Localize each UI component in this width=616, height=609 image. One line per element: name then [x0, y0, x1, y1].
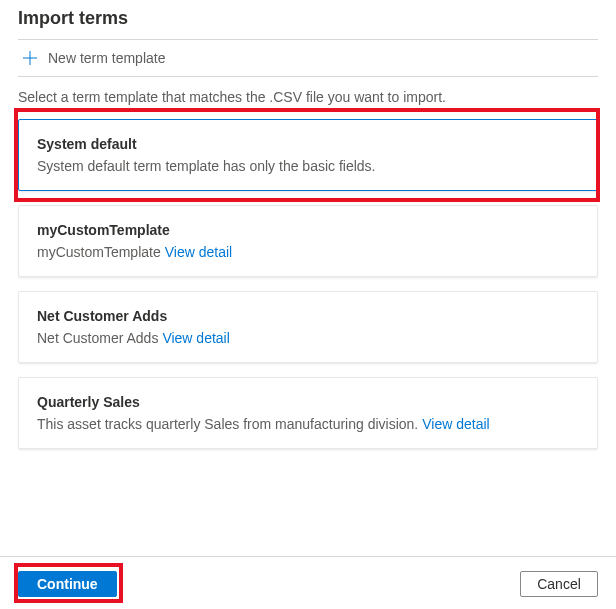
- template-description-text: Net Customer Adds: [37, 330, 158, 346]
- template-list: System defaultSystem default term templa…: [18, 119, 598, 449]
- new-term-template-label: New term template: [48, 50, 165, 66]
- template-description-text: myCustomTemplate: [37, 244, 161, 260]
- template-title: myCustomTemplate: [37, 222, 579, 238]
- template-description: System default term template has only th…: [37, 158, 579, 174]
- template-description: This asset tracks quarterly Sales from m…: [37, 416, 579, 432]
- view-detail-link[interactable]: View detail: [162, 330, 229, 346]
- template-description-text: System default term template has only th…: [37, 158, 376, 174]
- instruction-text: Select a term template that matches the …: [18, 77, 598, 119]
- plus-icon: [22, 50, 38, 66]
- template-description: myCustomTemplateView detail: [37, 244, 579, 260]
- new-term-template-button[interactable]: New term template: [18, 40, 598, 77]
- template-card[interactable]: Quarterly SalesThis asset tracks quarter…: [18, 377, 598, 449]
- template-card[interactable]: System defaultSystem default term templa…: [18, 119, 598, 191]
- template-description: Net Customer AddsView detail: [37, 330, 579, 346]
- view-detail-link[interactable]: View detail: [165, 244, 232, 260]
- template-title: Net Customer Adds: [37, 308, 579, 324]
- continue-button[interactable]: Continue: [18, 571, 117, 597]
- cancel-button[interactable]: Cancel: [520, 571, 598, 597]
- template-card[interactable]: Net Customer AddsNet Customer AddsView d…: [18, 291, 598, 363]
- template-title: Quarterly Sales: [37, 394, 579, 410]
- template-title: System default: [37, 136, 579, 152]
- template-description-text: This asset tracks quarterly Sales from m…: [37, 416, 418, 432]
- page-title: Import terms: [18, 8, 598, 40]
- view-detail-link[interactable]: View detail: [422, 416, 489, 432]
- footer: Continue Cancel: [0, 556, 616, 597]
- template-card[interactable]: myCustomTemplatemyCustomTemplateView det…: [18, 205, 598, 277]
